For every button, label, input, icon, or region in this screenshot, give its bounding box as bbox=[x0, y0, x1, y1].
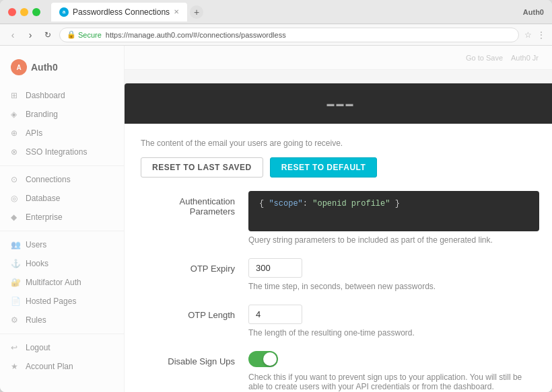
account-icon: ★ bbox=[11, 362, 20, 371]
sidebar-label-connections: Connections bbox=[26, 175, 71, 184]
reset-to-default-button[interactable]: RESET TO DEFAULT bbox=[270, 157, 378, 178]
sidebar-label-hosted-pages: Hosted Pages bbox=[26, 297, 76, 306]
branding-icon: ◈ bbox=[11, 110, 20, 119]
top-action-bar: Go to Save Auth0 Jr bbox=[125, 46, 552, 70]
otp-length-control: The length of the resulting one-time pas… bbox=[248, 305, 539, 338]
sidebar-label-apis: APIs bbox=[26, 128, 42, 138]
url-text: https://manage.auth0.com/#/connections/p… bbox=[106, 31, 286, 39]
tab-close-button[interactable]: ✕ bbox=[174, 8, 179, 15]
go-to-save-link[interactable]: Go to Save bbox=[466, 54, 503, 62]
toggle-knob bbox=[263, 352, 277, 366]
sidebar-label-account: Account Plan bbox=[26, 362, 73, 371]
otp-expiry-control: The time step, in seconds, between new p… bbox=[248, 258, 539, 291]
disable-signups-label: Disable Sign Ups bbox=[141, 351, 248, 366]
otp-expiry-input[interactable] bbox=[248, 258, 302, 278]
reset-to-last-saved-button[interactable]: RESET TO LAST SAVED bbox=[141, 157, 263, 178]
sidebar-label-branding: Branding bbox=[26, 110, 58, 119]
email-preview: ▬ ▬ ▬ bbox=[125, 83, 552, 124]
sidebar-item-users[interactable]: 👥 Users bbox=[0, 235, 124, 254]
sso-icon: ⊗ bbox=[11, 147, 20, 157]
users-icon: 👥 bbox=[11, 240, 20, 249]
sidebar: A Auth0 ⊞ Dashboard ◈ Branding ⊕ APIs ⊗ … bbox=[0, 46, 125, 392]
hooks-icon: ⚓ bbox=[11, 259, 20, 268]
sidebar-item-apis[interactable]: ⊕ APIs bbox=[0, 124, 124, 143]
code-colon: : bbox=[303, 199, 312, 208]
sidebar-item-mfa[interactable]: 🔐 Multifactor Auth bbox=[0, 273, 124, 292]
sidebar-label-mfa: Multifactor Auth bbox=[26, 278, 81, 287]
traffic-lights bbox=[8, 8, 40, 16]
auth-params-label-text: AuthenticationParameters bbox=[180, 196, 235, 217]
sidebar-label-enterprise: Enterprise bbox=[26, 212, 63, 222]
otp-expiry-label: OTP Expiry bbox=[141, 258, 248, 274]
sidebar-item-connections[interactable]: ⊙ Connections bbox=[0, 170, 124, 189]
tab-bar: a Passwordless Connections ✕ + bbox=[51, 3, 518, 22]
forward-button[interactable]: › bbox=[24, 30, 36, 40]
otp-length-input[interactable] bbox=[248, 305, 302, 324]
sidebar-item-account[interactable]: ★ Account Plan bbox=[0, 357, 124, 376]
disable-signups-row: Disable Sign Ups Check this if you want … bbox=[141, 351, 539, 391]
otp-expiry-helper: The time step, in seconds, between new p… bbox=[248, 282, 539, 291]
new-tab-button[interactable]: + bbox=[190, 5, 203, 19]
auth-params-row: AuthenticationParameters { "scope": "ope… bbox=[141, 191, 539, 245]
disable-signups-control: Check this if you want to prevent sign u… bbox=[248, 351, 539, 391]
disable-signups-helper: Check this if you want to prevent sign u… bbox=[248, 373, 539, 391]
user-link[interactable]: Auth0 Jr bbox=[511, 54, 539, 62]
pages-icon: 📄 bbox=[11, 297, 20, 306]
mfa-icon: 🔐 bbox=[11, 278, 20, 287]
maximize-traffic-light[interactable] bbox=[32, 8, 40, 16]
tab-favicon: a bbox=[59, 7, 69, 17]
sidebar-item-logout[interactable]: ↩ Logout bbox=[0, 338, 124, 357]
code-value-scope: "openid profile" bbox=[312, 199, 390, 208]
sidebar-item-rules[interactable]: ⚙ Rules bbox=[0, 311, 124, 329]
main-panel: Go to Save Auth0 Jr ▬ ▬ ▬ The content of… bbox=[125, 46, 552, 392]
code-brace-open: { bbox=[259, 199, 269, 208]
back-button[interactable]: ‹ bbox=[7, 30, 19, 40]
otp-length-label: OTP Length bbox=[141, 305, 248, 320]
lock-icon: 🔒 bbox=[67, 30, 76, 39]
sidebar-item-dashboard[interactable]: ⊞ Dashboard bbox=[0, 86, 124, 105]
active-tab[interactable]: a Passwordless Connections ✕ bbox=[51, 3, 187, 22]
enterprise-icon: ◆ bbox=[11, 212, 20, 222]
otp-length-row: OTP Length The length of the resulting o… bbox=[141, 305, 539, 338]
sidebar-divider-3 bbox=[0, 334, 124, 334]
sidebar-logo: A Auth0 bbox=[0, 54, 124, 86]
browser-addressbar: ‹ › ↻ 🔒 Secure https://manage.auth0.com/… bbox=[0, 24, 552, 46]
browser-titlebar: a Passwordless Connections ✕ + Auth0 bbox=[0, 0, 552, 24]
auth-params-editor[interactable]: { "scope": "openid profile" } bbox=[248, 191, 539, 231]
code-key-scope: "scope" bbox=[269, 199, 302, 208]
sidebar-divider-2 bbox=[0, 231, 124, 231]
refresh-button[interactable]: ↻ bbox=[42, 30, 54, 40]
bookmark-icon[interactable]: ☆ bbox=[524, 30, 532, 40]
sidebar-label-sso: SSO Integrations bbox=[26, 147, 87, 157]
toggle-container bbox=[248, 351, 539, 367]
content-card: ▬ ▬ ▬ The content of the email your user… bbox=[125, 83, 552, 392]
otp-length-helper: The length of the resulting one-time pas… bbox=[248, 328, 539, 338]
sidebar-item-sso[interactable]: ⊗ SSO Integrations bbox=[0, 143, 124, 161]
sidebar-item-branding[interactable]: ◈ Branding bbox=[0, 105, 124, 124]
sidebar-label-users: Users bbox=[26, 240, 46, 249]
sidebar-item-database[interactable]: ◎ Database bbox=[0, 189, 124, 208]
tab-title: Passwordless Connections bbox=[73, 7, 170, 17]
minimize-traffic-light[interactable] bbox=[20, 8, 28, 16]
address-bar[interactable]: 🔒 Secure https://manage.auth0.com/#/conn… bbox=[59, 28, 519, 42]
form-section: The content of the email your users are … bbox=[125, 124, 552, 391]
logout-icon: ↩ bbox=[11, 343, 20, 352]
sidebar-logo-text: Auth0 bbox=[31, 62, 58, 73]
connections-icon: ⊙ bbox=[11, 175, 20, 184]
close-traffic-light[interactable] bbox=[8, 8, 16, 16]
otp-expiry-row: OTP Expiry The time step, in seconds, be… bbox=[141, 258, 539, 291]
sidebar-item-enterprise[interactable]: ◆ Enterprise bbox=[0, 208, 124, 227]
content-area: ▬ ▬ ▬ The content of the email your user… bbox=[125, 70, 552, 392]
more-options-icon[interactable]: ⋮ bbox=[537, 30, 545, 40]
code-brace-close: } bbox=[390, 199, 399, 208]
auth-params-control: { "scope": "openid profile" } Query stri… bbox=[248, 191, 539, 245]
auth0-badge: Auth0 bbox=[523, 8, 544, 16]
sidebar-item-hosted-pages[interactable]: 📄 Hosted Pages bbox=[0, 292, 124, 311]
sidebar-label-hooks: Hooks bbox=[26, 259, 48, 268]
dashboard-icon: ⊞ bbox=[11, 91, 20, 100]
disable-signups-toggle[interactable] bbox=[248, 351, 278, 367]
rules-icon: ⚙ bbox=[11, 315, 20, 325]
api-icon: ⊕ bbox=[11, 128, 20, 138]
email-preview-indicator: ▬ ▬ ▬ bbox=[326, 100, 353, 108]
sidebar-item-hooks[interactable]: ⚓ Hooks bbox=[0, 254, 124, 273]
